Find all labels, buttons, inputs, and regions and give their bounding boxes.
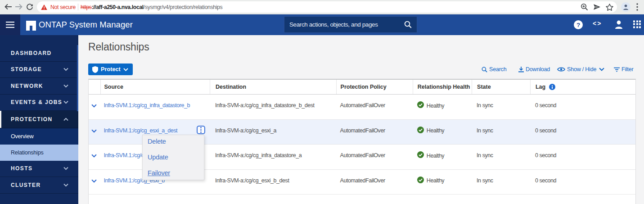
app-header: ONTAP System Manager ? <> — [0, 14, 644, 35]
health-cell: Healthy — [413, 145, 472, 169]
browser-back-button[interactable] — [3, 1, 14, 12]
netapp-logo — [26, 21, 36, 31]
destination-cell: Infra-SVM-a:/cg/cg_esxi_b_dest — [210, 170, 336, 195]
browser-menu-button[interactable] — [635, 2, 640, 12]
sidebar-item-label: NETWORK — [11, 83, 43, 89]
user-account-icon[interactable] — [615, 20, 623, 29]
chevron-down-icon — [63, 167, 68, 170]
row-expander[interactable] — [89, 120, 100, 145]
sidebar-item-storage[interactable]: STORAGE — [0, 62, 78, 78]
profile-person-icon — [623, 4, 629, 10]
sidebar-item-cluster[interactable]: CLUSTER — [0, 177, 78, 194]
health-cell: Healthy — [413, 95, 472, 119]
search-action[interactable]: Search — [482, 63, 506, 75]
show-hide-action[interactable]: Show / Hide — [557, 63, 604, 75]
expand-row-icon[interactable] — [91, 104, 97, 108]
state-cell: In sync — [472, 120, 530, 145]
url-scheme: https — [81, 4, 92, 10]
sidebar-item-label: Overview — [11, 133, 34, 140]
sidebar-item-label: HOSTS — [11, 165, 32, 172]
back-arrow-icon — [5, 4, 12, 10]
action-label: Show / Hide — [567, 66, 596, 73]
global-search-input[interactable] — [284, 21, 404, 28]
sidebar-item-relationships[interactable]: Relationships — [0, 145, 78, 161]
download-icon — [518, 67, 524, 73]
apps-grid-icon[interactable] — [633, 20, 641, 28]
column-header-protection-policy[interactable]: Protection Policy — [336, 80, 413, 94]
chevron-up-icon — [63, 118, 68, 121]
eye-icon — [557, 67, 565, 72]
sidebar-item-protection[interactable]: PROTECTION — [0, 111, 78, 128]
chevron-down-icon — [63, 68, 68, 71]
browser-forward-button[interactable] — [13, 1, 24, 12]
global-search-box[interactable] — [284, 16, 417, 33]
sidebar-item-label: PROTECTION — [11, 116, 53, 122]
reload-icon — [26, 3, 33, 10]
bookmark-star-icon[interactable] — [606, 4, 613, 11]
browser-profile-avatar[interactable] — [621, 2, 630, 12]
sidebar-item-dashboard[interactable]: DASHBOARD — [0, 45, 78, 62]
healthy-check-icon — [417, 127, 424, 133]
chevron-down-icon — [599, 68, 604, 71]
healthy-check-icon — [417, 151, 424, 158]
row-actions-kebab-button[interactable] — [197, 126, 205, 134]
column-header-source[interactable]: Source — [100, 80, 209, 94]
app-title: ONTAP System Manager — [39, 14, 133, 35]
source-link[interactable]: Infra-SVM.1:/cg/cg_infra_datastore_b — [104, 102, 190, 109]
destination-cell: Infra-SVM-a:/cg/cg_infra_datastore_b_des… — [210, 95, 336, 119]
expand-row-icon[interactable] — [91, 129, 97, 133]
lag-cell: 0 second — [530, 120, 635, 145]
action-label: Search — [489, 66, 506, 73]
code-api-icon[interactable]: <> — [593, 20, 602, 27]
destination-cell: Infra-SVM-a:/cg/cg_esxi_a — [210, 120, 336, 145]
destination-cell: Infra-SVM-a:/cg/cg_infra_datastore_a — [210, 145, 336, 169]
row-expander[interactable] — [89, 95, 100, 119]
column-header-expander — [89, 80, 100, 94]
column-header-lag[interactable]: Lag — [530, 80, 635, 94]
lag-cell: 0 second — [530, 95, 635, 119]
download-action[interactable]: Download — [518, 63, 550, 75]
browser-address-bar[interactable]: Not secure https ://aff-a250-a.nva.local… — [37, 1, 617, 13]
expand-row-icon[interactable] — [91, 154, 97, 158]
health-cell: Healthy — [413, 120, 472, 145]
policy-cell: AutomatedFailOver — [336, 145, 413, 169]
kebab-menu-icon — [636, 3, 638, 11]
chevron-down-icon — [63, 84, 68, 87]
column-header-relationship-health[interactable]: Relationship Health — [413, 80, 472, 94]
help-icon[interactable]: ? — [574, 20, 583, 29]
send-icon[interactable] — [593, 4, 601, 10]
kebab-dots-icon — [200, 127, 202, 133]
column-header-destination[interactable]: Destination — [210, 80, 336, 94]
page-title: Relationships — [88, 41, 149, 53]
sidebar-item-label: EVENTS & JOBS — [11, 99, 62, 105]
relationship-row-1: Infra-SVM.1:/cg/cg_infra_datastore_bInfr… — [89, 95, 635, 120]
omnibox-divider — [78, 4, 78, 10]
sidebar-item-hosts[interactable]: HOSTS — [0, 161, 78, 177]
zoom-icon[interactable] — [581, 3, 588, 11]
source-link[interactable]: Infra-SVM.1:/cg/cg_esxi_a_dest — [104, 127, 177, 134]
search-icon — [482, 67, 487, 73]
url-path: /sysmgr/v4/protection/relationships — [144, 4, 222, 10]
column-header-state[interactable]: State — [472, 80, 530, 94]
sidebar-toggle-button[interactable] — [0, 14, 20, 35]
sidebar-item-overview[interactable]: Overview — [0, 128, 78, 145]
chevron-down-icon — [63, 101, 68, 104]
sidebar-item-network[interactable]: NETWORK — [0, 78, 78, 95]
row-expander[interactable] — [89, 170, 100, 195]
hamburger-icon — [6, 22, 14, 28]
search-icon — [404, 21, 412, 28]
menu-item-failover[interactable]: Failover — [143, 168, 204, 177]
policy-cell: AutomatedFailOver — [336, 120, 413, 145]
lag-info-icon[interactable] — [549, 84, 555, 90]
not-secure-warning-icon — [41, 5, 47, 10]
menu-item-delete[interactable]: Delete — [143, 137, 204, 146]
filter-action[interactable]: Filter — [614, 63, 634, 75]
expand-row-icon[interactable] — [91, 179, 97, 183]
browser-reload-button[interactable] — [24, 1, 35, 12]
action-label: Download — [526, 66, 550, 73]
url-host: ://aff-a250-a.nva.local — [92, 4, 144, 10]
menu-item-update[interactable]: Update — [143, 153, 204, 162]
sidebar-item-events-jobs[interactable]: EVENTS & JOBS — [0, 95, 78, 111]
row-expander[interactable] — [89, 145, 100, 169]
policy-cell: AutomatedFailOver — [336, 95, 413, 119]
